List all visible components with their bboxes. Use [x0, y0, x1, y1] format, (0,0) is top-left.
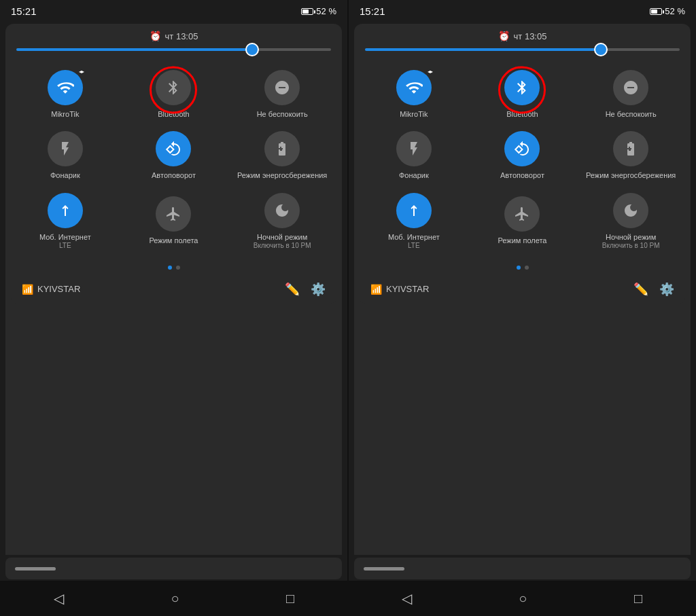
tile-sublabel-mobiledata-right: LTE	[408, 242, 420, 249]
tile-circle-wifi-left: ◂▸	[48, 70, 83, 105]
tile-flashlight-right[interactable]: Фонарик	[360, 124, 468, 185]
nav-recents-left[interactable]: □	[275, 585, 305, 612]
wifi-icon-left	[56, 79, 74, 96]
tile-circle-mobiledata-left	[48, 193, 83, 228]
airplane-icon-left	[165, 206, 181, 222]
tile-circle-wifi-right: ◂▸	[396, 70, 432, 105]
battery-text-left: 52 %	[316, 6, 336, 16]
tile-batsaver-right[interactable]: Режим энергосбережения	[576, 124, 685, 185]
brightness-thumb-right	[594, 43, 608, 56]
battery-icon-right	[650, 8, 662, 15]
brightness-slider-right[interactable]	[365, 48, 680, 51]
tile-label-wifi-left: MikroTik	[51, 109, 79, 119]
phones-container: 15:21 52 % ⏰ чт 13:05	[0, 0, 696, 581]
tile-flashlight-left[interactable]: Фонарик	[11, 124, 120, 185]
tile-circle-bluetooth-left	[156, 70, 191, 105]
nav-home-right[interactable]: ○	[508, 585, 538, 612]
tile-circle-dnd-left	[264, 70, 300, 105]
airplane-icon-right	[514, 206, 530, 222]
alarm-icon-left: ⏰	[150, 31, 161, 41]
tile-circle-flashlight-right	[396, 131, 432, 166]
status-bar-left: 15:21 52 %	[0, 0, 347, 21]
tile-airplane-left[interactable]: Режим полета	[120, 186, 228, 255]
wifi-arrows-right: ◂▸	[428, 69, 433, 75]
tile-airplane-right[interactable]: Режим полета	[468, 186, 577, 255]
left-phone-panel: 15:21 52 % ⏰ чт 13:05	[0, 0, 347, 581]
panel-content-right: ⏰ чт 13:05 ◂▸ MikroTik	[354, 24, 691, 555]
brightness-thumb-left	[245, 43, 259, 56]
tile-nightmode-left[interactable]: Ночной режим Включить в 10 PM	[228, 186, 336, 255]
home-pill-left	[15, 567, 56, 570]
nav-back-right[interactable]: ◁	[391, 585, 423, 612]
tile-wifi-left[interactable]: ◂▸ MikroTik	[11, 63, 120, 124]
bottom-bar-left: 📶 KYIVSTAR ✏️ ⚙️	[11, 275, 336, 304]
tile-label-mobiledata-right: Моб. Интернет	[388, 232, 440, 242]
tile-label-airplane-right: Режим полета	[498, 236, 546, 245]
brightness-slider-left[interactable]	[16, 48, 331, 51]
bottom-bar-right: 📶 KYIVSTAR ✏️ ⚙️	[360, 275, 685, 304]
settings-icon-left[interactable]: ⚙️	[311, 282, 326, 297]
tile-mobiledata-left[interactable]: Моб. Интернет LTE	[11, 186, 120, 255]
tile-mobiledata-right[interactable]: Моб. Интернет LTE	[360, 186, 468, 255]
tile-label-nightmode-right: Ночной режим	[606, 232, 656, 242]
tile-label-autorotate-left: Автоповорот	[152, 170, 196, 180]
right-phone-panel: 15:21 52 % ⏰ чт 13:05	[349, 0, 696, 581]
tile-circle-autorotate-left	[156, 131, 191, 166]
tile-batsaver-left[interactable]: Режим энергосбережения	[228, 124, 336, 185]
tile-sublabel-mobiledata-left: LTE	[59, 242, 71, 249]
signal-icon-left: 📶	[22, 284, 33, 295]
tile-label-mobiledata-left: Моб. Интернет	[39, 232, 91, 242]
tile-bluetooth-right[interactable]: Bluetooth	[468, 63, 577, 124]
tile-label-flashlight-right: Фонарик	[399, 170, 429, 180]
brightness-row-right	[354, 46, 691, 58]
settings-icon-right[interactable]: ⚙️	[659, 282, 674, 297]
nav-home-left[interactable]: ○	[160, 585, 190, 612]
bottom-actions-left: ✏️ ⚙️	[285, 282, 326, 297]
tile-sublabel-nightmode-right: Включить в 10 PM	[602, 242, 660, 249]
dot-active-left	[168, 266, 172, 270]
rotate-icon-right	[514, 141, 530, 157]
carrier-name-right: KYIVSTAR	[386, 284, 429, 294]
alarm-time-left: чт 13:05	[165, 31, 198, 41]
edit-icon-left[interactable]: ✏️	[285, 282, 300, 297]
nav-recents-right[interactable]: □	[623, 585, 653, 612]
tile-circle-flashlight-left	[48, 131, 83, 166]
tile-label-dnd-right: Не беспокоить	[606, 109, 657, 119]
tile-circle-nightmode-right	[613, 193, 648, 228]
tile-autorotate-left[interactable]: Автоповорот	[120, 124, 228, 185]
rotate-icon-left	[165, 141, 181, 157]
carrier-right: 📶 KYIVSTAR	[370, 284, 429, 295]
mobiledata-icon-left	[57, 202, 73, 219]
dot-inactive-left	[176, 266, 180, 270]
tile-wifi-right[interactable]: ◂▸ MikroTik	[360, 63, 468, 124]
tiles-grid-left: ◂▸ MikroTik Bluetooth	[5, 58, 342, 260]
status-bar-right: 15:21 52 %	[349, 0, 696, 21]
tile-label-dnd-left: Не беспокоить	[257, 109, 308, 119]
dot-inactive-right	[525, 266, 529, 270]
tile-label-batsaver-right: Режим энергосбережения	[586, 170, 676, 180]
bluetooth-icon-left	[165, 79, 181, 96]
wifi-arrows-left: ◂▸	[79, 69, 84, 75]
flashlight-icon-left	[57, 141, 73, 157]
nav-back-left[interactable]: ◁	[43, 585, 75, 612]
tile-nightmode-right[interactable]: Ночной режим Включить в 10 PM	[576, 186, 685, 255]
tile-label-nightmode-left: Ночной режим	[257, 232, 307, 242]
tile-bluetooth-left[interactable]: Bluetooth	[120, 63, 228, 124]
night-icon-right	[623, 202, 639, 219]
flashlight-icon-right	[406, 141, 422, 157]
tile-label-bluetooth-left: Bluetooth	[158, 109, 189, 119]
time-right: 15:21	[360, 5, 385, 17]
tile-dnd-right[interactable]: Не беспокоить	[576, 63, 685, 124]
edit-icon-right[interactable]: ✏️	[633, 282, 648, 297]
battery-text-right: 52 %	[665, 6, 685, 16]
night-icon-left	[274, 202, 290, 219]
tile-label-batsaver-left: Режим энергосбережения	[237, 170, 327, 180]
battery-icon-left	[301, 8, 313, 15]
dnd-icon-right	[623, 79, 639, 96]
tile-dnd-left[interactable]: Не беспокоить	[228, 63, 336, 124]
mobiledata-icon-right	[406, 202, 422, 219]
tile-circle-mobiledata-right	[396, 193, 432, 228]
tile-circle-bluetooth-right	[504, 70, 540, 105]
tile-autorotate-right[interactable]: Автоповорот	[468, 124, 577, 185]
tile-label-airplane-left: Режим полета	[149, 236, 198, 245]
